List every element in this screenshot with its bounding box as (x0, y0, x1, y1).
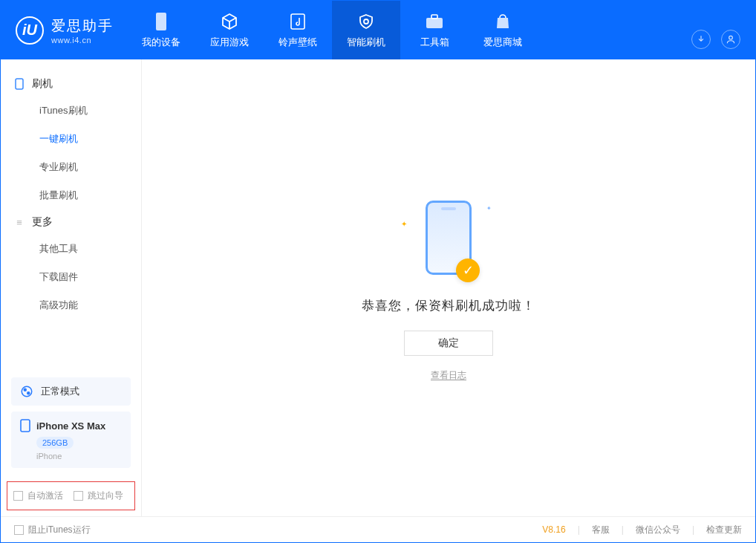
device-name: iPhone XS Max (36, 420, 105, 432)
svg-rect-7 (16, 79, 23, 89)
download-button[interactable] (691, 30, 711, 49)
svg-rect-2 (156, 13, 166, 30)
app-header: iU 爱思助手 www.i4.cn 我的设备 应用游戏 铃声壁纸 智能刷机 (1, 1, 755, 59)
device-icon (20, 419, 30, 432)
cube-icon (220, 12, 239, 31)
user-button[interactable] (721, 30, 740, 49)
sidebar: 刷机 iTunes刷机 一键刷机 专业刷机 批量刷机 ≡ 更多 其他工具 下载固… (1, 59, 142, 516)
tab-ring[interactable]: 铃声壁纸 (264, 1, 332, 59)
version-label: V8.16 (542, 524, 565, 535)
sparkle-icon: ✦ (486, 205, 492, 212)
mode-icon (20, 385, 33, 398)
section-title: 更多 (32, 215, 53, 229)
device-icon (151, 12, 171, 31)
svg-rect-3 (291, 14, 304, 29)
checkmark-badge-icon: ✓ (456, 259, 480, 282)
music-icon (288, 12, 307, 31)
svg-rect-4 (426, 18, 443, 28)
sidebar-item-batch[interactable]: 批量刷机 (1, 181, 141, 209)
refresh-shield-icon (356, 12, 376, 31)
option-label: 跳过向导 (88, 490, 123, 502)
svg-point-9 (24, 388, 26, 391)
sidebar-item-fw[interactable]: 下载固件 (1, 263, 141, 291)
sidebar-item-adv[interactable]: 高级功能 (1, 291, 141, 319)
status-bar: 阻止iTunes运行 V8.16 | 客服 | 微信公众号 | 检查更新 (1, 516, 755, 542)
checkbox-icon[interactable] (74, 491, 83, 501)
footer-link-update[interactable]: 检查更新 (706, 524, 742, 536)
sparkle-icon: ✦ (401, 220, 407, 228)
main-tabs: 我的设备 应用游戏 铃声壁纸 智能刷机 工具箱 爱思商城 (127, 1, 537, 59)
bag-icon (493, 12, 512, 31)
checkbox-icon[interactable] (13, 491, 23, 501)
device-capacity: 256GB (36, 437, 74, 449)
success-message: 恭喜您，保资料刷机成功啦！ (362, 297, 535, 314)
header-actions (691, 1, 755, 59)
footer-link-wechat[interactable]: 微信公众号 (636, 524, 680, 536)
sidebar-item-onekey[interactable]: 一键刷机 (1, 125, 141, 153)
tab-flash[interactable]: 智能刷机 (332, 1, 400, 59)
success-illustration: ✦ ✦ ✓ (397, 195, 501, 284)
phone-outline-icon (14, 79, 25, 89)
toolbox-icon (425, 12, 444, 31)
auto-activate-option[interactable]: 自动激活 (13, 490, 63, 502)
tab-apps[interactable]: 应用游戏 (195, 1, 264, 59)
ok-button[interactable]: 确定 (404, 331, 493, 356)
svg-point-8 (22, 386, 32, 397)
app-window: ≡ — ✕ iU 爱思助手 www.i4.cn 我的设备 应用游戏 铃声壁纸 (0, 0, 756, 543)
sidebar-item-itunes[interactable]: iTunes刷机 (1, 97, 141, 125)
sidebar-item-pro[interactable]: 专业刷机 (1, 153, 141, 181)
section-title: 刷机 (32, 77, 53, 91)
sidebar-item-other[interactable]: 其他工具 (1, 235, 141, 263)
skip-guide-option[interactable]: 跳过向导 (74, 490, 123, 502)
option-label: 阻止iTunes运行 (28, 524, 91, 536)
device-card[interactable]: iPhone XS Max 256GB iPhone (11, 412, 131, 468)
svg-point-10 (27, 392, 30, 394)
sidebar-section-more: ≡ 更多 其他工具 下载固件 高级功能 (1, 209, 141, 319)
checkbox-icon[interactable] (14, 525, 24, 535)
app-body: 刷机 iTunes刷机 一键刷机 专业刷机 批量刷机 ≡ 更多 其他工具 下载固… (1, 59, 755, 516)
svg-point-6 (729, 36, 733, 39)
tab-device[interactable]: 我的设备 (127, 1, 195, 59)
section-header: ≡ 更多 (1, 209, 141, 235)
view-log-link[interactable]: 查看日志 (431, 369, 466, 382)
tab-label: 铃声壁纸 (278, 36, 317, 49)
tab-label: 智能刷机 (347, 36, 385, 49)
app-domain: www.i4.cn (51, 36, 114, 45)
device-type: iPhone (36, 452, 122, 461)
block-itunes-option[interactable]: 阻止iTunes运行 (14, 524, 91, 536)
option-label: 自动激活 (27, 490, 63, 502)
logo-icon: iU (16, 16, 44, 45)
tab-label: 爱思商城 (483, 36, 522, 49)
mode-label: 正常模式 (41, 385, 79, 398)
footer-link-support[interactable]: 客服 (592, 524, 610, 536)
svg-rect-11 (21, 420, 30, 432)
list-icon: ≡ (14, 217, 25, 227)
app-name: 爱思助手 (51, 16, 114, 36)
tab-store[interactable]: 爱思商城 (469, 1, 537, 59)
tab-label: 工具箱 (420, 36, 449, 49)
svg-rect-5 (431, 15, 437, 19)
tab-label: 应用游戏 (210, 36, 249, 49)
mode-card[interactable]: 正常模式 (11, 377, 131, 406)
main-content: ✦ ✦ ✓ 恭喜您，保资料刷机成功啦！ 确定 查看日志 (142, 59, 755, 516)
sidebar-section-flash: 刷机 iTunes刷机 一键刷机 专业刷机 批量刷机 (1, 71, 141, 209)
tab-label: 我的设备 (142, 36, 180, 49)
tab-tools[interactable]: 工具箱 (400, 1, 469, 59)
section-header: 刷机 (1, 71, 141, 97)
options-highlight: 自动激活 跳过向导 (7, 481, 135, 510)
app-logo: iU 爱思助手 www.i4.cn (1, 1, 127, 59)
